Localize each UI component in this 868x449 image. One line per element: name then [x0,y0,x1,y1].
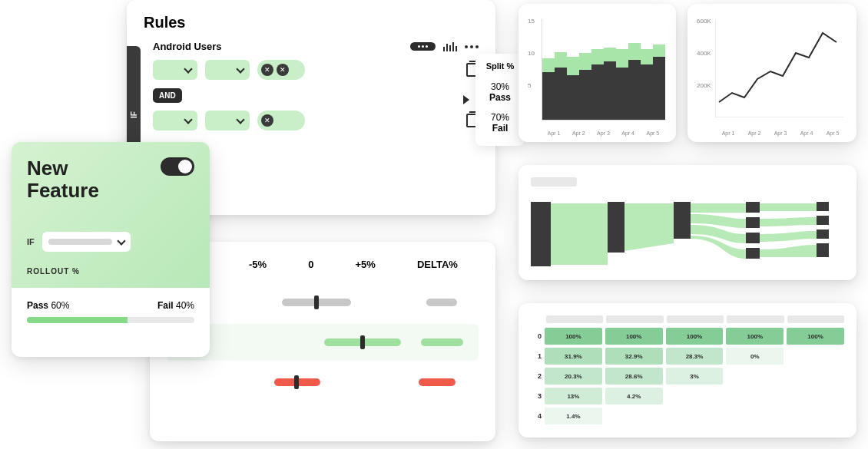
line-chart [715,19,844,117]
stats-icon[interactable] [443,42,457,51]
condition-select-3[interactable] [153,111,197,130]
xtick: Apr 3 [774,130,787,136]
cohort-cell [787,408,844,424]
delta-header: +5% [356,259,376,270]
svg-rect-8 [746,248,760,259]
sankey-chart [531,196,844,272]
rollout-label: ROLLOUT % [27,267,194,276]
cohort-cell: 28.6% [605,368,663,385]
cohort-row-label: 0 [531,332,542,340]
cohort-card: 0100%100%100%100%100%131.9%32.9%28.3%0%2… [518,303,856,437]
split-title: Split % [475,61,525,71]
cohort-cell [605,408,663,424]
cohort-cell [666,408,724,424]
triangle-icon [463,95,469,104]
ytick: 200K [697,82,711,89]
delta-header: -5% [249,259,267,270]
if-condition-select[interactable] [42,232,131,252]
cohort-cell: 20.3% [545,368,602,385]
svg-rect-5 [746,202,760,213]
cohort-cell: 100% [726,328,784,345]
ytick: 5 [528,82,531,89]
cohort-row: 41.4% [531,408,844,424]
delta-header: 0 [308,259,313,270]
pass-text: Pass 60% [27,300,69,311]
cohort-cell [726,368,784,385]
delta-row [167,364,479,401]
condition-toggle-2[interactable]: ✕ [257,111,305,130]
cohort-cell: 0% [726,348,784,365]
ytick: 15 [528,18,535,25]
delta-row [167,324,479,361]
xtick: Apr 3 [597,130,610,136]
rollout-progress[interactable] [27,317,194,323]
svg-rect-7 [746,233,760,243]
and-operator[interactable]: AND [153,88,182,103]
condition-select-1[interactable] [153,60,197,80]
cohort-cell: 3% [666,368,724,385]
cohort-row: 0100%100%100%100%100% [531,328,844,345]
svg-rect-9 [817,202,829,211]
split-fail: 70%Fail [475,107,525,138]
sankey-card [518,165,856,280]
split-panel: Split % 30%Pass 70%Fail [475,54,525,146]
ytick: 10 [528,50,535,57]
cohort-cell: 100% [787,328,844,345]
xtick: Apr 5 [827,130,840,136]
cohort-row: 313%4.2% [531,388,844,404]
xtick: Apr 4 [621,130,634,136]
cohort-row-label: 1 [531,352,542,360]
rules-title: Rules [144,14,479,31]
xtick: Apr 5 [646,130,659,136]
cohort-cell [787,388,844,404]
line-chart-card: 600K 400K 200K Apr 1 Apr 2 Apr 3 Apr 4 A… [687,4,856,142]
if-label: IF [27,237,35,246]
cohort-row: 220.3%28.6%3% [531,368,844,385]
svg-rect-4 [674,202,691,239]
ytick: 600K [697,18,711,25]
cohort-row-label: 4 [531,412,542,420]
cohort-row-label: 3 [531,392,542,400]
ytick: 400K [697,50,711,57]
feature-card: NewFeature IF ROLLOUT % Pass 60% Fail 40… [12,142,210,357]
bar-chart-card: 15 10 5 Apr 1 Apr 2 Apr 3 Apr 4 Apr 5 [518,4,676,142]
cohort-cell [787,368,844,385]
rule-name: Android Users [153,41,403,52]
cohort-cell: 4.2% [605,388,663,404]
xtick: Apr 4 [800,130,813,136]
svg-rect-2 [531,202,551,266]
condition-toggle-1[interactable]: ✕✕ [257,60,305,80]
more-icon[interactable] [465,45,479,48]
bar-chart [542,19,665,121]
svg-rect-6 [746,217,760,228]
delta-header: DELTA% [417,259,458,270]
cohort-cell [726,388,784,404]
cohort-cell [666,388,724,404]
xtick: Apr 2 [572,130,585,136]
sankey-title-placeholder [531,177,577,187]
cohort-cell: 13% [545,388,602,404]
cohort-cell [787,348,844,365]
cohort-cell: 31.9% [545,348,602,365]
cohort-header [546,315,844,323]
cohort-cell: 32.9% [605,348,663,365]
cohort-cell: 1.4% [545,408,602,424]
cohort-cell: 100% [545,328,602,345]
condition-select-4[interactable] [205,111,250,130]
cohort-row: 131.9%32.9%28.3%0% [531,348,844,365]
fail-text: Fail 40% [157,300,194,311]
feature-toggle[interactable] [161,157,194,176]
xtick: Apr 2 [748,130,761,136]
cohort-cell: 100% [605,328,663,345]
cohort-cell: 100% [666,328,724,345]
cohort-cell: 28.3% [666,348,724,365]
svg-rect-12 [817,243,829,257]
condition-select-2[interactable] [205,60,250,80]
svg-rect-3 [608,202,624,253]
split-pass: 30%Pass [475,77,525,107]
cohort-row-label: 2 [531,372,542,380]
rule-options-pill[interactable] [410,42,436,51]
delta-row [167,284,479,321]
cohort-cell [726,408,784,424]
svg-rect-11 [817,229,829,239]
